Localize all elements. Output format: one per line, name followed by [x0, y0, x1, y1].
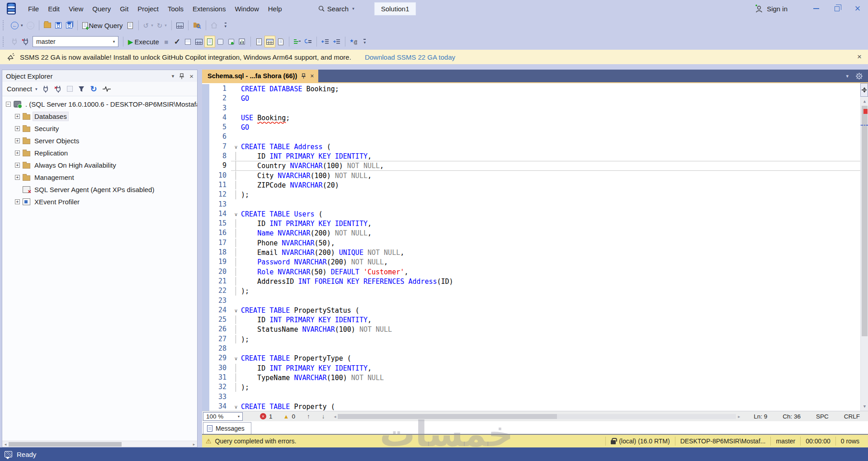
- menu-help[interactable]: Help: [264, 3, 287, 14]
- hscroll-thumb[interactable]: [9, 442, 122, 447]
- code-line-21[interactable]: 21 AddressID INT FOREIGN KEY REFERENCES …: [202, 277, 860, 286]
- scroll-left-icon[interactable]: ◂: [2, 441, 9, 447]
- combo-dropdown-button[interactable]: ▾: [110, 37, 118, 47]
- expand-icon[interactable]: +: [15, 126, 20, 131]
- code-line-33[interactable]: 33: [202, 392, 860, 402]
- prev-issue-icon[interactable]: ↑: [307, 413, 310, 420]
- code-line-19[interactable]: 19 Password NVARCHAR(200) NOT NULL,: [202, 257, 860, 267]
- stop-icon[interactable]: [67, 86, 73, 92]
- code-line-8[interactable]: 8 ID INT PRIMARY KEY IDENTITY,: [202, 151, 860, 161]
- execute-button[interactable]: ▶ Execute: [126, 36, 161, 47]
- expand-icon[interactable]: +: [15, 114, 20, 119]
- fold-collapse-icon[interactable]: ∨: [231, 306, 241, 315]
- cancel-query-button[interactable]: ■: [161, 36, 172, 47]
- code-line-6[interactable]: 6: [202, 132, 860, 141]
- menu-project[interactable]: Project: [133, 3, 163, 14]
- code-line-23[interactable]: 23: [202, 296, 860, 306]
- search-control[interactable]: Search ▾: [314, 3, 359, 14]
- activity-monitor-icon[interactable]: [103, 86, 111, 92]
- tree-item[interactable]: +Replication: [2, 147, 197, 159]
- code-line-15[interactable]: 15 ID INT PRIMARY KEY IDENTITY,: [202, 219, 860, 228]
- filter-icon[interactable]: [78, 86, 85, 92]
- connect-button[interactable]: Connect ▾: [7, 85, 37, 93]
- new-query-button[interactable]: New Query: [80, 19, 125, 31]
- decrease-indent-button[interactable]: [320, 36, 331, 47]
- code-line-30[interactable]: 30 ID INT PRIMARY KEY IDENTITY,: [202, 363, 860, 373]
- code-line-10[interactable]: 10 City NVARCHAR(100) NOT NULL,: [202, 171, 860, 180]
- next-issue-icon[interactable]: ↓: [322, 413, 325, 420]
- code-line-3[interactable]: 3: [202, 103, 860, 113]
- browse-objects-button[interactable]: [191, 19, 203, 31]
- refresh-icon[interactable]: ↻: [90, 85, 97, 93]
- menu-tools[interactable]: Tools: [163, 3, 188, 14]
- scroll-down-icon[interactable]: ▼: [861, 403, 868, 410]
- scroll-up-icon[interactable]: ▲: [861, 98, 868, 105]
- code-line-27[interactable]: 27);: [202, 334, 860, 344]
- code-line-20[interactable]: 20 Role NVARCHAR(50) DEFAULT 'Customer',: [202, 267, 860, 277]
- code-line-31[interactable]: 31 TypeName NVARCHAR(100) NOT NULL: [202, 373, 860, 382]
- close-panel-icon[interactable]: ×: [189, 72, 193, 80]
- toolbar-grip[interactable]: [3, 37, 6, 47]
- fold-collapse-icon[interactable]: ∨: [231, 402, 241, 411]
- tree-item[interactable]: +Server Objects: [2, 135, 197, 147]
- menu-window[interactable]: Window: [230, 3, 263, 14]
- specify-values-button[interactable]: [183, 36, 193, 47]
- comment-lines-button[interactable]: [292, 36, 303, 47]
- pin-icon[interactable]: [179, 73, 184, 79]
- tree-item[interactable]: +Always On High Availability: [2, 159, 197, 171]
- menu-file[interactable]: File: [24, 3, 43, 14]
- expand-icon[interactable]: +: [15, 199, 20, 204]
- undo-button[interactable]: ↺▾: [142, 19, 155, 31]
- gear-icon[interactable]: [856, 73, 863, 80]
- results-to-file-button[interactable]: [275, 36, 286, 47]
- live-stats-button[interactable]: [226, 36, 237, 47]
- notification-link[interactable]: Download SSMS 22 GA today: [365, 53, 455, 61]
- increase-indent-button[interactable]: [331, 36, 342, 47]
- code-line-7[interactable]: 7∨CREATE TABLE Address (: [202, 142, 860, 151]
- hscroll-thumb[interactable]: [338, 414, 557, 419]
- code-line-25[interactable]: 25 ID INT PRIMARY KEY IDENTITY,: [202, 315, 860, 325]
- home-button[interactable]: [209, 19, 220, 31]
- code-line-18[interactable]: 18 Email NVARCHAR(200) UNIQUE NOT NULL,: [202, 248, 860, 257]
- error-warning-indicators[interactable]: × 1 ▲ 0 ↑ ↓: [260, 413, 325, 420]
- tree-item[interactable]: SQL Server Agent (Agent XPs disabled): [2, 183, 197, 196]
- code-line-16[interactable]: 16 Name NVARCHAR(200) NOT NULL,: [202, 228, 860, 238]
- new-query-current-connection-button[interactable]: [125, 19, 136, 31]
- expand-icon[interactable]: +: [15, 163, 20, 168]
- close-tab-icon[interactable]: ×: [310, 72, 314, 80]
- navigate-forward-button[interactable]: →: [25, 19, 36, 31]
- code-line-13[interactable]: 13: [202, 200, 860, 209]
- code-line-4[interactable]: 4USE Booking;: [202, 113, 860, 122]
- close-window-button[interactable]: ×: [847, 0, 868, 17]
- code-line-26[interactable]: 26 StatusName NVARCHAR(100) NOT NULL: [202, 325, 860, 334]
- save-all-button[interactable]: [64, 19, 75, 31]
- minimize-button[interactable]: [806, 0, 826, 17]
- query-designer-button[interactable]: [175, 19, 185, 31]
- code-line-29[interactable]: 29∨CREATE TABLE PropertyType (: [202, 353, 860, 363]
- tab-list-icon[interactable]: ▾: [846, 73, 849, 79]
- code-line-5[interactable]: 5GO: [202, 122, 860, 132]
- fold-collapse-icon[interactable]: ∨: [231, 142, 241, 151]
- code-line-17[interactable]: 17 Phone NVARCHAR(50),: [202, 238, 860, 248]
- code-line-12[interactable]: 12);: [202, 190, 860, 199]
- redo-button[interactable]: ↻▾: [155, 19, 169, 31]
- code-line-14[interactable]: 14∨CREATE TABLE Users (: [202, 209, 860, 219]
- connect-button[interactable]: [9, 36, 20, 47]
- code-line-11[interactable]: 11 ZIPCode NVARCHAR(20): [202, 180, 860, 190]
- client-statistics-button[interactable]: [237, 36, 248, 47]
- solution-selector[interactable]: Solution1: [374, 2, 416, 15]
- menu-view[interactable]: View: [64, 3, 88, 14]
- zoom-combobox[interactable]: 100 % ▾: [203, 412, 243, 421]
- toolbar-overflow-button[interactable]: ▾: [359, 36, 370, 47]
- toolbar-grip[interactable]: [3, 20, 6, 30]
- editor-vscrollbar[interactable]: ▲ ▼: [860, 83, 868, 411]
- results-to-grid-button[interactable]: [264, 36, 275, 47]
- feedback-icon[interactable]: [5, 451, 12, 457]
- connect-plug-icon[interactable]: [42, 85, 49, 93]
- toolbar-overflow-button[interactable]: ▾: [220, 19, 231, 31]
- estimated-plan-button[interactable]: [215, 36, 226, 47]
- code-line-2[interactable]: 2GO: [202, 94, 860, 103]
- uncomment-lines-button[interactable]: [303, 36, 314, 47]
- scroll-right-icon[interactable]: ▸: [191, 441, 197, 447]
- save-button[interactable]: [53, 19, 64, 31]
